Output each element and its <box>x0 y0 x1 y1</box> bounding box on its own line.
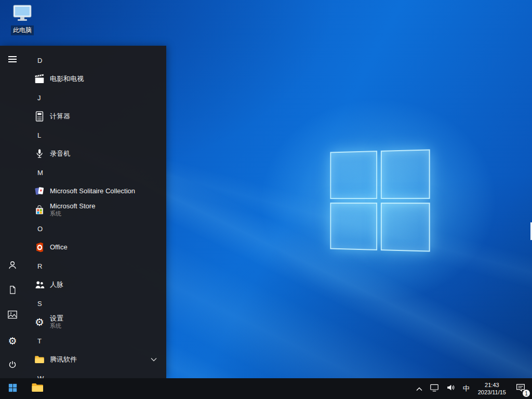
desktop-icon-label: 此电脑 <box>11 25 34 35</box>
action-center-button[interactable]: 1 <box>511 378 532 399</box>
app-item-solitaire[interactable]: Microsoft Solitaire Collection <box>25 182 166 201</box>
clock[interactable]: 21:43 2023/11/15 <box>473 378 511 399</box>
pictures-icon <box>7 310 18 322</box>
windows-logo-pane <box>330 151 377 199</box>
app-label: 录音机 <box>50 150 70 158</box>
app-subtitle: 系统 <box>50 210 95 217</box>
settings-button[interactable]: ⚙ <box>0 328 25 353</box>
ime-indicator[interactable]: 中 <box>459 378 473 399</box>
app-group-letter-d[interactable]: D <box>25 51 166 70</box>
app-subtitle: 系统 <box>50 323 63 329</box>
app-group-letter-t[interactable]: T <box>25 331 166 350</box>
hamburger-icon <box>8 56 17 65</box>
app-item-settings[interactable]: ⚙ 设置 系统 <box>25 313 166 331</box>
folder-icon <box>33 353 46 366</box>
app-item-voice-recorder[interactable]: 录音机 <box>25 144 166 163</box>
solitaire-icon <box>33 185 46 197</box>
app-label: 设置 <box>50 314 63 323</box>
show-hidden-icons-button[interactable] <box>413 378 426 399</box>
document-icon <box>8 285 17 297</box>
app-item-calculator[interactable]: 计算器 <box>25 107 166 126</box>
group-letter: T <box>37 337 42 345</box>
system-tray: 中 21:43 2023/11/15 1 <box>413 378 532 399</box>
app-label: 人脉 <box>50 281 63 289</box>
windows-logo-pane <box>330 202 377 250</box>
app-group-letter-l[interactable]: L <box>25 126 166 144</box>
power-button[interactable] <box>0 353 25 378</box>
app-label: Office <box>50 243 68 251</box>
app-label: Microsoft Solitaire Collection <box>50 187 135 195</box>
group-letter: L <box>37 131 41 139</box>
speaker-icon <box>446 383 456 394</box>
start-menu: ⚙ D <box>0 46 166 378</box>
pictures-button[interactable] <box>0 303 25 328</box>
app-item-office[interactable]: Office <box>25 238 166 257</box>
start-button[interactable] <box>0 378 25 399</box>
group-letter: M <box>37 169 43 177</box>
this-pc-icon <box>12 4 32 24</box>
expand-menu-button[interactable] <box>0 48 25 73</box>
power-icon <box>8 360 17 371</box>
calculator-icon <box>33 110 46 123</box>
windows-start-icon <box>8 383 17 394</box>
app-group-letter-m[interactable]: M <box>25 163 166 182</box>
microphone-icon <box>33 148 46 160</box>
windows-logo-pane <box>380 203 430 252</box>
gear-icon: ⚙ <box>33 316 46 328</box>
app-item-people[interactable]: 人脉 <box>25 275 166 294</box>
windows-logo-pane <box>380 149 430 198</box>
start-menu-app-list: D 电影和电视 J <box>25 46 166 378</box>
app-label: 电影和电视 <box>50 75 84 83</box>
user-account-button[interactable] <box>0 254 25 278</box>
documents-button[interactable] <box>0 278 25 303</box>
start-menu-rail: ⚙ <box>0 46 25 378</box>
windows-logo <box>330 149 430 251</box>
group-letter: J <box>37 94 41 102</box>
screen: 此电脑 <box>0 0 532 399</box>
movies-tv-icon <box>33 73 46 85</box>
file-explorer-icon <box>31 382 44 395</box>
app-label: 腾讯软件 <box>50 355 77 364</box>
office-icon <box>33 241 46 254</box>
app-item-microsoft-store[interactable]: Microsoft Store 系统 <box>25 201 166 219</box>
app-label: Microsoft Store <box>50 202 95 210</box>
app-group-letter-s[interactable]: S <box>25 294 166 313</box>
group-letter: O <box>37 225 43 233</box>
group-letter: D <box>37 57 42 64</box>
chevron-up-icon <box>416 384 422 393</box>
file-explorer-button[interactable] <box>25 378 50 399</box>
app-label: 计算器 <box>50 112 70 121</box>
clock-date: 2023/11/15 <box>478 389 506 396</box>
app-group-letter-r[interactable]: R <box>25 257 166 275</box>
people-icon <box>33 278 46 291</box>
chevron-down-icon <box>151 357 157 362</box>
group-letter: W <box>37 375 44 379</box>
app-item-movies-tv[interactable]: 电影和电视 <box>25 70 166 88</box>
app-group-letter-j[interactable]: J <box>25 88 166 107</box>
desktop-icon-this-pc[interactable]: 此电脑 <box>5 4 39 35</box>
user-icon <box>7 260 18 272</box>
network-icon <box>430 383 439 394</box>
group-letter: R <box>37 262 42 270</box>
group-letter: S <box>37 300 42 308</box>
app-folder-tencent[interactable]: 腾讯软件 <box>25 350 166 369</box>
volume-tray-button[interactable] <box>443 378 459 399</box>
app-group-letter-o[interactable]: O <box>25 219 166 238</box>
store-icon <box>33 204 46 216</box>
taskbar: 中 21:43 2023/11/15 1 <box>0 378 532 399</box>
app-group-letter-w[interactable]: W <box>25 369 166 378</box>
network-tray-button[interactable] <box>426 378 443 399</box>
clock-time: 21:43 <box>485 381 499 389</box>
gear-icon: ⚙ <box>8 335 17 347</box>
notification-badge: 1 <box>523 390 530 397</box>
